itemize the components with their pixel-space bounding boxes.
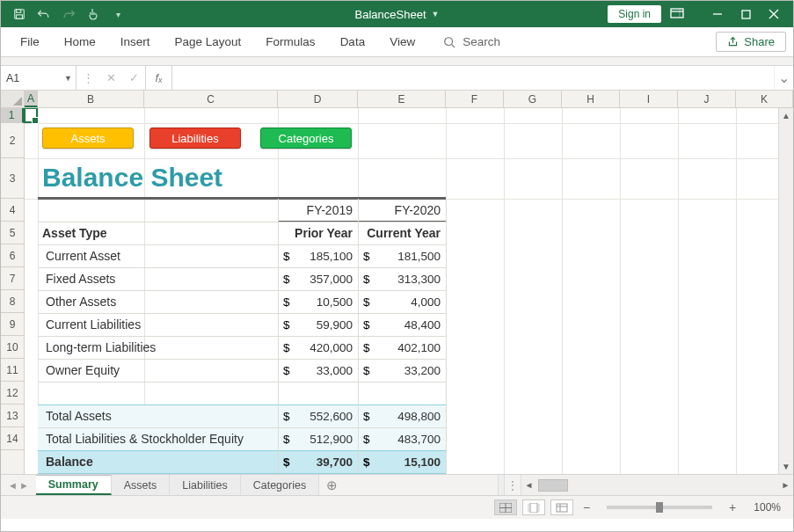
undo-icon[interactable] — [34, 4, 54, 24]
page-layout-icon — [528, 503, 540, 513]
cancel-formula-icon[interactable]: ✕ — [99, 71, 122, 84]
col-header-d[interactable]: D — [278, 91, 358, 107]
goto-assets-button[interactable]: Assets — [42, 128, 134, 149]
document-title[interactable]: BalanceSheet ▼ — [355, 8, 440, 21]
hscroll-thumb[interactable] — [538, 479, 568, 492]
col-header-j[interactable]: J — [678, 91, 736, 107]
row-header-14[interactable]: 14 — [1, 427, 24, 450]
row-header-3[interactable]: 3 — [1, 158, 24, 199]
row-header-10[interactable]: 10 — [1, 336, 24, 359]
formula-more-icon[interactable]: ⋮ — [76, 71, 99, 84]
fx-icon[interactable]: fx — [146, 66, 172, 90]
scroll-right-icon[interactable]: ► — [778, 480, 793, 490]
col-header-k[interactable]: K — [736, 91, 793, 107]
chevron-down-icon[interactable]: ▼ — [64, 74, 72, 83]
data-row-prior: $33,000 — [278, 359, 358, 382]
row-header-5[interactable]: 5 — [1, 222, 24, 244]
tab-file[interactable]: File — [8, 27, 52, 56]
sheet-tab-categories[interactable]: Categories — [241, 475, 319, 495]
tab-formulas[interactable]: Formulas — [253, 27, 327, 56]
minimize-button[interactable] — [703, 1, 732, 27]
qat-customize-icon[interactable]: ▾ — [108, 4, 127, 24]
row-headers: 1 2 3 4 5 6 7 8 9 10 11 12 13 14 — [1, 108, 25, 474]
zoom-slider[interactable] — [607, 506, 712, 509]
tell-me-search[interactable]: Search — [443, 35, 500, 48]
svg-rect-3 — [671, 9, 683, 18]
new-sheet-button[interactable]: ⊕ — [319, 475, 344, 495]
row-header-4[interactable]: 4 — [1, 199, 24, 222]
hscroll-track[interactable] — [538, 479, 776, 492]
tab-scroll-splitter[interactable] — [498, 475, 505, 495]
col-header-h[interactable]: H — [562, 91, 620, 107]
view-page-break-button[interactable] — [550, 499, 573, 515]
svg-rect-13 — [530, 503, 537, 513]
share-button[interactable]: Share — [716, 32, 786, 52]
share-icon — [727, 36, 739, 47]
goto-categories-button[interactable]: Categories — [260, 128, 352, 149]
zoom-in-button[interactable]: + — [725, 500, 740, 514]
balance-current-value: 15,100 — [404, 455, 441, 469]
ribbon-display-options-icon[interactable] — [670, 8, 700, 21]
col-header-e[interactable]: E — [358, 91, 446, 107]
view-page-layout-button[interactable] — [522, 499, 545, 515]
vertical-scrollbar[interactable]: ▲ ▼ — [778, 108, 793, 474]
tab-view[interactable]: View — [377, 27, 427, 56]
row-header-11[interactable]: 11 — [1, 359, 24, 382]
active-cell[interactable] — [24, 108, 38, 123]
row-header-2[interactable]: 2 — [1, 123, 24, 158]
select-all-corner[interactable] — [1, 91, 25, 107]
tab-data[interactable]: Data — [328, 27, 378, 56]
spreadsheet-grid: A B C D E F G H I J K 1 2 3 4 5 6 7 8 9 … — [1, 91, 793, 474]
sheet-tab-summary[interactable]: Summary — [36, 475, 112, 495]
scroll-up-icon[interactable]: ▲ — [779, 108, 793, 123]
zoom-level[interactable]: 100% — [746, 501, 781, 514]
scroll-left-icon[interactable]: ◄ — [521, 480, 536, 490]
tab-insert[interactable]: Insert — [108, 27, 163, 56]
row-header-1[interactable]: 1 — [1, 108, 24, 123]
col-header-c[interactable]: C — [144, 91, 278, 107]
horizontal-scrollbar[interactable]: ◄ ► — [521, 475, 793, 495]
data-row-prior: $59,900 — [278, 313, 358, 336]
col-header-i[interactable]: I — [620, 91, 678, 107]
col-header-g[interactable]: G — [504, 91, 562, 107]
col-header-b[interactable]: B — [38, 91, 144, 107]
sheet-title: Balance Sheet — [42, 163, 222, 193]
zoom-knob[interactable] — [656, 502, 663, 513]
expand-formula-bar-icon[interactable]: ⌄ — [774, 66, 793, 90]
formula-input[interactable] — [172, 66, 774, 90]
row-header-8[interactable]: 8 — [1, 290, 24, 313]
row-header-13[interactable]: 13 — [1, 404, 24, 427]
scroll-down-icon[interactable]: ▼ — [779, 459, 793, 474]
sheet-options-icon[interactable]: ⋮ — [505, 475, 521, 495]
redo-icon[interactable] — [59, 4, 78, 24]
formula-bar-buttons: ⋮ ✕ ✓ — [76, 66, 146, 90]
row-header-9[interactable]: 9 — [1, 313, 24, 336]
zoom-out-button[interactable]: − — [579, 500, 594, 514]
col-header-a[interactable]: A — [25, 91, 38, 107]
data-row-current: $33,200 — [358, 359, 446, 382]
goto-liabilities-button[interactable]: Liabilities — [149, 128, 241, 149]
balance-current: $15,100 — [358, 450, 446, 473]
sheet-next-icon[interactable]: ► — [19, 480, 29, 491]
row-header-12[interactable]: 12 — [1, 382, 24, 404]
sheet-tab-assets[interactable]: Assets — [112, 475, 171, 495]
sign-in-button[interactable]: Sign in — [608, 5, 661, 23]
data-row-label: Owner Equity — [46, 359, 274, 382]
name-box[interactable]: A1 ▼ — [1, 66, 76, 90]
maximize-button[interactable] — [732, 1, 760, 27]
row-header-7[interactable]: 7 — [1, 267, 24, 290]
cells-area[interactable]: Assets Liabilities Categories Balance Sh… — [25, 108, 793, 474]
view-normal-button[interactable] — [494, 499, 517, 515]
col-header-f[interactable]: F — [446, 91, 504, 107]
touch-mode-icon[interactable] — [84, 4, 103, 24]
enter-formula-icon[interactable]: ✓ — [122, 71, 145, 84]
sheet-prev-icon[interactable]: ◄ — [8, 480, 18, 491]
close-button[interactable] — [760, 1, 788, 27]
tab-home[interactable]: Home — [52, 27, 108, 56]
total-row-prior: $552,600 — [278, 404, 358, 427]
tab-page-layout[interactable]: Page Layout — [163, 27, 254, 56]
row-header-6[interactable]: 6 — [1, 244, 24, 267]
page-break-icon — [556, 503, 568, 513]
sheet-tab-liabilities[interactable]: Liabilities — [170, 475, 240, 495]
save-icon[interactable] — [10, 4, 29, 24]
